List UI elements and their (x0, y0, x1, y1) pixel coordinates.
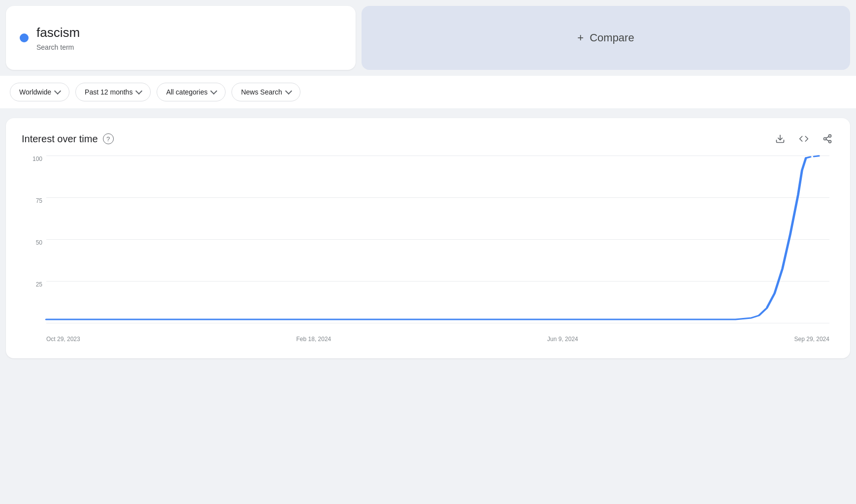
y-label-50: 50 (22, 239, 46, 246)
x-label-oct: Oct 29, 2023 (46, 336, 80, 343)
x-label-jun: Jun 9, 2024 (547, 336, 578, 343)
chart-card: Interest over time ? (6, 118, 850, 358)
filter-category-label: All categories (166, 88, 207, 96)
filters-bar: Worldwide Past 12 months All categories … (0, 76, 856, 108)
y-axis-labels: 100 75 50 25 (22, 156, 46, 323)
chevron-down-icon (135, 88, 142, 94)
download-icon (775, 134, 785, 144)
compare-label: Compare (590, 32, 634, 44)
chart-area: 100 75 50 25 (22, 156, 834, 343)
y-label-75: 75 (22, 197, 46, 204)
chart-plot (46, 156, 829, 323)
search-term-name: fascism (36, 25, 80, 41)
chart-title: Interest over time (22, 133, 98, 145)
filter-category[interactable]: All categories (157, 83, 226, 101)
filter-time-range-label: Past 12 months (85, 88, 132, 96)
y-label-25: 25 (22, 281, 46, 288)
x-label-sep: Sep 29, 2024 (794, 336, 829, 343)
filter-search-type-label: News Search (241, 88, 282, 96)
chevron-down-icon (285, 88, 292, 94)
embed-icon (799, 134, 809, 144)
compare-plus-icon: + (577, 32, 584, 44)
x-axis-labels: Oct 29, 2023 Feb 18, 2024 Jun 9, 2024 Se… (46, 323, 829, 343)
search-term-type: Search term (36, 43, 80, 51)
compare-content: + Compare (577, 32, 634, 44)
chevron-down-icon (54, 88, 61, 94)
y-label-100: 100 (22, 156, 46, 162)
chart-actions (773, 132, 834, 146)
download-button[interactable] (773, 132, 787, 146)
chart-title-group: Interest over time ? (22, 133, 114, 145)
svg-line-4 (826, 139, 829, 141)
filter-time-range[interactable]: Past 12 months (75, 83, 151, 101)
search-term-card: fascism Search term (6, 6, 356, 70)
chart-section: Interest over time ? (0, 108, 856, 364)
search-term-dot (20, 33, 29, 42)
x-label-feb: Feb 18, 2024 (296, 336, 331, 343)
top-section: fascism Search term + Compare (0, 0, 856, 76)
help-icon[interactable]: ? (103, 133, 114, 144)
trend-line-svg (46, 156, 829, 323)
filter-search-type[interactable]: News Search (231, 83, 300, 101)
search-term-text: fascism Search term (36, 25, 80, 51)
filter-location[interactable]: Worldwide (10, 83, 69, 101)
chart-header: Interest over time ? (22, 132, 834, 146)
chevron-down-icon (210, 88, 217, 94)
embed-button[interactable] (797, 132, 811, 146)
share-button[interactable] (821, 132, 834, 146)
compare-card[interactable]: + Compare (362, 6, 850, 70)
filter-location-label: Worldwide (19, 88, 51, 96)
share-icon (823, 134, 832, 144)
svg-line-5 (826, 136, 829, 138)
